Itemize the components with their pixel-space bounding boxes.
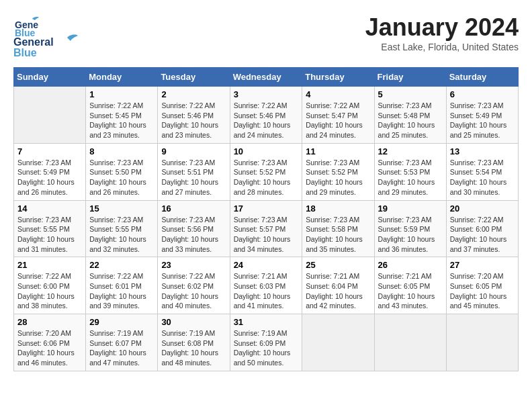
day-number: 16 — [161, 203, 226, 214]
day-info: Sunrise: 7:20 AM Sunset: 6:06 PM Dayligh… — [17, 328, 82, 368]
day-info: Sunrise: 7:19 AM Sunset: 6:09 PM Dayligh… — [234, 328, 299, 368]
calendar-cell: 15Sunrise: 7:23 AM Sunset: 5:55 PM Dayli… — [86, 200, 158, 257]
day-number: 2 — [161, 89, 226, 99]
day-info: Sunrise: 7:23 AM Sunset: 5:50 PM Dayligh… — [89, 158, 154, 197]
day-header-thursday: Thursday — [302, 68, 374, 87]
day-number: 26 — [378, 260, 443, 270]
day-number: 4 — [306, 89, 370, 99]
day-info: Sunrise: 7:23 AM Sunset: 5:55 PM Dayligh… — [89, 215, 154, 255]
day-info: Sunrise: 7:22 AM Sunset: 6:02 PM Dayligh… — [161, 271, 226, 311]
day-number: 12 — [378, 146, 443, 156]
day-number: 18 — [306, 203, 370, 214]
day-number: 5 — [378, 89, 443, 99]
calendar-cell: 26Sunrise: 7:21 AM Sunset: 6:05 PM Dayli… — [374, 257, 446, 314]
calendar-header-row: SundayMondayTuesdayWednesdayThursdayFrid… — [14, 68, 519, 87]
day-info: Sunrise: 7:23 AM Sunset: 5:52 PM Dayligh… — [234, 158, 299, 197]
calendar-cell: 3Sunrise: 7:22 AM Sunset: 5:46 PM Daylig… — [230, 87, 302, 144]
day-info: Sunrise: 7:19 AM Sunset: 6:07 PM Dayligh… — [89, 328, 154, 368]
calendar-cell: 31Sunrise: 7:19 AM Sunset: 6:09 PM Dayli… — [230, 314, 302, 371]
day-info: Sunrise: 7:19 AM Sunset: 6:08 PM Dayligh… — [161, 328, 226, 368]
day-number: 21 — [17, 260, 82, 270]
calendar-cell: 10Sunrise: 7:23 AM Sunset: 5:52 PM Dayli… — [230, 143, 302, 200]
calendar-week-2: 7Sunrise: 7:23 AM Sunset: 5:49 PM Daylig… — [14, 143, 519, 200]
day-info: Sunrise: 7:21 AM Sunset: 6:05 PM Dayligh… — [378, 271, 443, 311]
calendar-cell — [14, 87, 86, 144]
day-number: 6 — [450, 89, 515, 99]
day-number: 11 — [306, 146, 370, 156]
calendar-cell: 16Sunrise: 7:23 AM Sunset: 5:56 PM Dayli… — [158, 200, 230, 257]
day-info: Sunrise: 7:23 AM Sunset: 5:56 PM Dayligh… — [161, 215, 226, 255]
day-info: Sunrise: 7:23 AM Sunset: 5:59 PM Dayligh… — [378, 215, 443, 255]
day-info: Sunrise: 7:23 AM Sunset: 5:57 PM Dayligh… — [234, 215, 299, 255]
day-info: Sunrise: 7:23 AM Sunset: 5:53 PM Dayligh… — [378, 158, 443, 197]
calendar-cell: 14Sunrise: 7:23 AM Sunset: 5:55 PM Dayli… — [14, 200, 86, 257]
day-info: Sunrise: 7:22 AM Sunset: 5:45 PM Dayligh… — [89, 101, 154, 140]
calendar-cell: 28Sunrise: 7:20 AM Sunset: 6:06 PM Dayli… — [14, 314, 86, 371]
day-number: 1 — [89, 89, 154, 99]
day-info: Sunrise: 7:21 AM Sunset: 6:03 PM Dayligh… — [234, 271, 299, 311]
calendar-cell: 2Sunrise: 7:22 AM Sunset: 5:46 PM Daylig… — [158, 87, 230, 144]
calendar-subtitle: East Lake, Florida, United States — [365, 42, 519, 52]
calendar-week-4: 21Sunrise: 7:22 AM Sunset: 6:00 PM Dayli… — [14, 257, 519, 314]
calendar-cell: 27Sunrise: 7:20 AM Sunset: 6:05 PM Dayli… — [446, 257, 518, 314]
day-number: 27 — [450, 260, 515, 270]
day-info: Sunrise: 7:23 AM Sunset: 5:55 PM Dayligh… — [17, 215, 82, 255]
day-info: Sunrise: 7:23 AM Sunset: 5:49 PM Dayligh… — [17, 158, 82, 197]
day-info: Sunrise: 7:22 AM Sunset: 5:46 PM Dayligh… — [161, 101, 226, 140]
day-info: Sunrise: 7:22 AM Sunset: 5:46 PM Dayligh… — [234, 101, 299, 140]
day-header-wednesday: Wednesday — [230, 68, 302, 87]
day-info: Sunrise: 7:23 AM Sunset: 5:52 PM Dayligh… — [306, 158, 370, 197]
day-number: 22 — [89, 260, 154, 270]
calendar-cell: 13Sunrise: 7:23 AM Sunset: 5:54 PM Dayli… — [446, 143, 518, 200]
day-header-saturday: Saturday — [446, 68, 518, 87]
calendar-body: 1Sunrise: 7:22 AM Sunset: 5:45 PM Daylig… — [14, 87, 519, 371]
calendar-week-5: 28Sunrise: 7:20 AM Sunset: 6:06 PM Dayli… — [14, 314, 519, 371]
calendar-cell: 7Sunrise: 7:23 AM Sunset: 5:49 PM Daylig… — [14, 143, 86, 200]
day-number: 23 — [161, 260, 226, 270]
calendar-cell: 11Sunrise: 7:23 AM Sunset: 5:52 PM Dayli… — [302, 143, 374, 200]
calendar-cell: 19Sunrise: 7:23 AM Sunset: 5:59 PM Dayli… — [374, 200, 446, 257]
day-info: Sunrise: 7:21 AM Sunset: 6:04 PM Dayligh… — [306, 271, 370, 311]
calendar-cell: 8Sunrise: 7:23 AM Sunset: 5:50 PM Daylig… — [86, 143, 158, 200]
calendar-cell: 5Sunrise: 7:23 AM Sunset: 5:48 PM Daylig… — [374, 87, 446, 144]
day-number: 10 — [234, 146, 299, 156]
day-info: Sunrise: 7:23 AM Sunset: 5:49 PM Dayligh… — [450, 101, 515, 140]
calendar-cell — [374, 314, 446, 371]
calendar-week-1: 1Sunrise: 7:22 AM Sunset: 5:45 PM Daylig… — [14, 87, 519, 144]
calendar-table: SundayMondayTuesdayWednesdayThursdayFrid… — [13, 67, 519, 371]
calendar-cell: 17Sunrise: 7:23 AM Sunset: 5:57 PM Dayli… — [230, 200, 302, 257]
calendar-cell: 30Sunrise: 7:19 AM Sunset: 6:08 PM Dayli… — [158, 314, 230, 371]
day-header-friday: Friday — [374, 68, 446, 87]
day-info: Sunrise: 7:22 AM Sunset: 6:00 PM Dayligh… — [17, 271, 82, 311]
day-info: Sunrise: 7:20 AM Sunset: 6:05 PM Dayligh… — [450, 271, 515, 311]
calendar-cell: 29Sunrise: 7:19 AM Sunset: 6:07 PM Dayli… — [86, 314, 158, 371]
day-header-sunday: Sunday — [14, 68, 86, 87]
calendar-cell: 18Sunrise: 7:23 AM Sunset: 5:58 PM Dayli… — [302, 200, 374, 257]
day-number: 7 — [17, 146, 82, 156]
calendar-cell: 1Sunrise: 7:22 AM Sunset: 5:45 PM Daylig… — [86, 87, 158, 144]
day-number: 28 — [17, 317, 82, 327]
calendar-cell: 9Sunrise: 7:23 AM Sunset: 5:51 PM Daylig… — [158, 143, 230, 200]
day-number: 29 — [89, 317, 154, 327]
page-header: General Blue General Blue January 2024 E… — [13, 13, 519, 60]
calendar-cell: 24Sunrise: 7:21 AM Sunset: 6:03 PM Dayli… — [230, 257, 302, 314]
day-number: 31 — [234, 317, 299, 327]
day-number: 17 — [234, 203, 299, 214]
calendar-cell: 20Sunrise: 7:22 AM Sunset: 6:00 PM Dayli… — [446, 200, 518, 257]
calendar-week-3: 14Sunrise: 7:23 AM Sunset: 5:55 PM Dayli… — [14, 200, 519, 257]
day-number: 25 — [306, 260, 370, 270]
calendar-cell: 21Sunrise: 7:22 AM Sunset: 6:00 PM Dayli… — [14, 257, 86, 314]
day-info: Sunrise: 7:22 AM Sunset: 6:01 PM Dayligh… — [89, 271, 154, 311]
logo: General Blue General Blue — [13, 13, 81, 60]
day-number: 15 — [89, 203, 154, 214]
logo-svg: General Blue — [13, 32, 81, 60]
svg-text:Blue: Blue — [13, 47, 37, 58]
calendar-cell — [302, 314, 374, 371]
day-number: 30 — [161, 317, 226, 327]
day-info: Sunrise: 7:23 AM Sunset: 5:51 PM Dayligh… — [161, 158, 226, 197]
svg-text:General: General — [13, 36, 54, 48]
calendar-cell: 25Sunrise: 7:21 AM Sunset: 6:04 PM Dayli… — [302, 257, 374, 314]
calendar-cell: 12Sunrise: 7:23 AM Sunset: 5:53 PM Dayli… — [374, 143, 446, 200]
calendar-cell: 22Sunrise: 7:22 AM Sunset: 6:01 PM Dayli… — [86, 257, 158, 314]
day-number: 3 — [234, 89, 299, 99]
